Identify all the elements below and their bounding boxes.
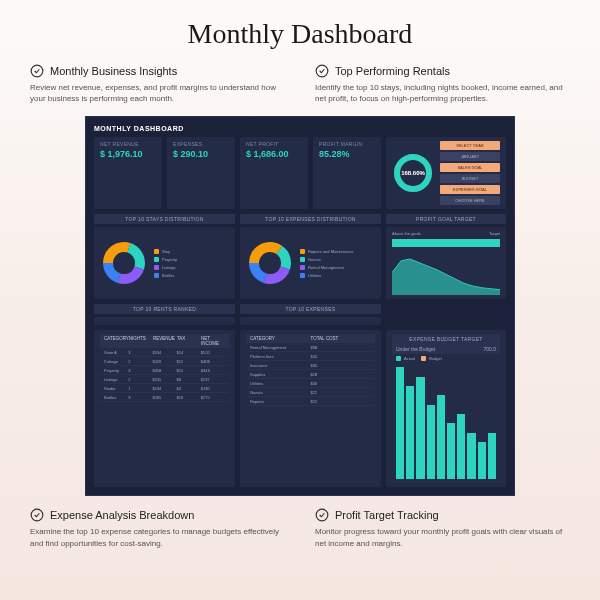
budget-button[interactable]: BUDGET (440, 174, 500, 183)
gauge-card: 168.60% SELECT YEAR JANUARY SALES GOAL B… (386, 137, 506, 209)
check-circle-icon (315, 508, 329, 522)
kpi-expenses: EXPENSES$ 290.10 (167, 137, 235, 209)
stays-bars (94, 317, 235, 325)
legend-item: Repairs and Maintenance (300, 249, 375, 254)
svg-point-13 (316, 510, 328, 522)
legend-item: Rental Management (300, 265, 375, 270)
check-circle-icon (30, 508, 44, 522)
section-title: TOP 10 EXPENSES DISTRIBUTION (240, 214, 381, 224)
donut-chart-icon (246, 239, 294, 287)
donut-chart-icon (100, 239, 148, 287)
expenses-bars (240, 317, 381, 325)
feature-title: Expense Analysis Breakdown (50, 509, 194, 521)
kpi-net-revenue: NET REVENUE$ 1,976.10 (94, 137, 162, 209)
check-circle-icon (315, 64, 329, 78)
feature-expense-analysis: Expense Analysis Breakdown Examine the t… (30, 508, 285, 548)
control-buttons: SELECT YEAR JANUARY SALES GOAL BUDGET EX… (440, 141, 500, 205)
kpi-margin: PROFIT MARGIN85.28% (313, 137, 381, 209)
feature-rentals: Top Performing Rentals Identify the top … (315, 64, 570, 104)
svg-point-1 (316, 65, 328, 77)
budget-card: EXPENSE BUDGET TARGET Under the Budget70… (386, 330, 506, 487)
area-chart-icon (392, 250, 500, 295)
select-year-button[interactable]: SELECT YEAR (440, 141, 500, 150)
expenses-goal-button[interactable]: EXPENSES GOAL (440, 185, 500, 194)
section-title: TOP 10 RENTS RANKED (94, 304, 235, 314)
legend-item: Property (154, 257, 229, 262)
gauge-icon: 168.60% (392, 152, 434, 194)
profit-goal-card: Above the goalsTarget (386, 227, 506, 299)
expenses-donut: Repairs and Maintenance Guests Rental Ma… (240, 227, 381, 299)
kpi-row: NET REVENUE$ 1,976.10 EXPENSES$ 290.10 N… (94, 137, 506, 209)
check-circle-icon (30, 64, 44, 78)
stays-table: CATEGORYNIGHTSREVENUETAXNET INCOMESuite … (94, 330, 235, 487)
section-title: TOP 10 EXPENSES (240, 304, 381, 314)
legend-item: Utilities (300, 273, 375, 278)
kpi-net-profit: NET PROFIT$ 1,686.00 (240, 137, 308, 209)
svg-point-12 (31, 510, 43, 522)
feature-desc: Examine the top 10 expense categories to… (30, 526, 285, 548)
dashboard: MONTHLY DASHBOARD NET REVENUE$ 1,976.10 … (85, 116, 515, 496)
legend-item: Guests (300, 257, 375, 262)
feature-insights: Monthly Business Insights Review net rev… (30, 64, 285, 104)
legend-item: Bottles (154, 273, 229, 278)
dashboard-title: MONTHLY DASHBOARD (94, 125, 506, 132)
feature-title: Profit Target Tracking (335, 509, 439, 521)
legend-item: Stay (154, 249, 229, 254)
feature-title: Top Performing Rentals (335, 65, 450, 77)
sales-goal-button[interactable]: SALES GOAL (440, 163, 500, 172)
feature-title: Monthly Business Insights (50, 65, 177, 77)
features-top: Monthly Business Insights Review net rev… (30, 64, 570, 104)
month-button[interactable]: JANUARY (440, 152, 500, 161)
feature-desc: Review net revenue, expenses, and profit… (30, 82, 285, 104)
choose-button[interactable]: CHOOSE HERE (440, 196, 500, 205)
feature-desc: Identify the top 10 stays, including nig… (315, 82, 570, 104)
svg-point-0 (31, 65, 43, 77)
section-title: PROFIT GOAL TARGET (386, 214, 506, 224)
stays-donut: Stay Property Listings Bottles (94, 227, 235, 299)
legend-item: Listings (154, 265, 229, 270)
page-title: Monthly Dashboard (30, 18, 570, 50)
features-bottom: Expense Analysis Breakdown Examine the t… (30, 508, 570, 548)
feature-desc: Monitor progress toward your monthly pro… (315, 526, 570, 548)
section-title: TOP 10 STAYS DISTRIBUTION (94, 214, 235, 224)
expenses-table: CATEGORYTOTAL COSTRental Management$98Pl… (240, 330, 381, 487)
feature-profit-tracking: Profit Target Tracking Monitor progress … (315, 508, 570, 548)
